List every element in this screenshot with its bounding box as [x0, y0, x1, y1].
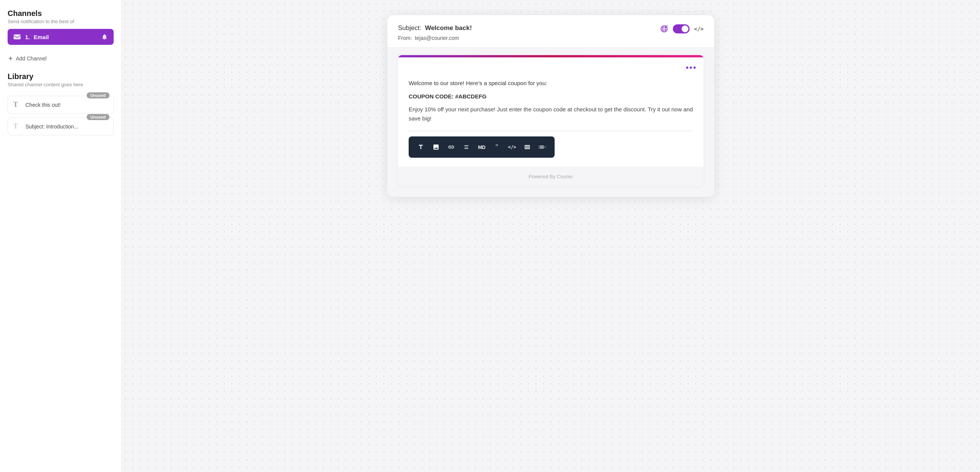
library-section: Library Shared channel content goes here… — [8, 72, 114, 135]
plus-icon: + — [8, 55, 13, 62]
library-subtitle: Shared channel content goes here — [8, 82, 114, 87]
subject-label: Subject: — [398, 24, 421, 32]
channel-number: 1. — [25, 34, 30, 40]
subject-value: Welcome back! — [425, 24, 472, 32]
email-header-actions: ✦ </> — [660, 24, 704, 33]
library-title: Library — [8, 72, 114, 81]
email-from: From: tejas@courier.com — [398, 35, 472, 41]
email-intro-text: Welcome to our store! Here's a special c… — [409, 79, 693, 88]
from-label: From: — [398, 35, 412, 41]
preview-icon[interactable]: ✦ — [660, 25, 668, 33]
toolbar-markdown-btn[interactable]: MD — [475, 140, 488, 154]
coupon-code: COUPON CODE: #ABCDEFG — [409, 93, 693, 100]
add-channel-label: Add Channel — [16, 56, 47, 62]
toggle-knob — [682, 25, 689, 32]
email-content-card: ••• Welcome to our store! Here's a speci… — [398, 55, 704, 186]
toggle-switch[interactable] — [673, 24, 690, 33]
library-item-1[interactable]: Unused T Check this out! — [8, 96, 114, 114]
text-type-icon-1: T — [13, 101, 21, 109]
toolbar-quote-btn[interactable]: " — [490, 140, 504, 154]
toolbar-columns-btn[interactable] — [520, 140, 534, 154]
unused-badge-2: Unused — [87, 114, 110, 120]
email-card-body: Welcome to our store! Here's a special c… — [398, 73, 704, 167]
email-header: Subject: Welcome back! From: tejas@couri… — [387, 15, 714, 48]
email-description: Enjoy 10% off your next purchase! Just e… — [409, 105, 693, 123]
three-dots-menu[interactable]: ••• — [686, 63, 697, 73]
channels-section: Channels Send notification to the best o… — [8, 9, 114, 45]
svg-point-2 — [663, 26, 665, 32]
channel-item-left: 1. Email — [13, 33, 49, 41]
toolbar-link-btn[interactable] — [444, 140, 458, 154]
channels-subtitle: Send notification to the best of — [8, 19, 114, 24]
sidebar: Channels Send notification to the best o… — [0, 0, 122, 472]
text-type-icon-2: T — [13, 122, 21, 130]
toolbar-text-btn[interactable] — [414, 140, 428, 154]
editor-toolbar: MD " </> — [409, 137, 555, 158]
add-channel-button[interactable]: + Add Channel — [8, 52, 114, 65]
channels-title: Channels — [8, 9, 114, 18]
svg-rect-0 — [14, 35, 21, 40]
bell-icon — [101, 33, 108, 41]
email-panel: Subject: Welcome back! From: tejas@couri… — [387, 15, 714, 197]
email-channel-item[interactable]: 1. Email — [8, 29, 114, 45]
toolbar-list-btn[interactable] — [536, 140, 549, 154]
toolbar-divider-btn[interactable] — [460, 140, 473, 154]
email-meta: Subject: Welcome back! From: tejas@couri… — [398, 24, 472, 41]
library-item-2[interactable]: Unused T Subject: Introduction... — [8, 118, 114, 135]
code-icon[interactable]: </> — [694, 26, 704, 32]
editor-divider — [409, 131, 693, 131]
from-value: tejas@courier.com — [415, 35, 459, 41]
library-item-text-2: Subject: Introduction... — [25, 124, 108, 130]
email-icon — [13, 33, 21, 41]
email-subject: Subject: Welcome back! — [398, 24, 472, 32]
channel-label: Email — [34, 34, 49, 40]
toolbar-code-btn[interactable]: </> — [505, 140, 519, 154]
library-item-text-1: Check this out! — [25, 102, 108, 108]
email-body: ••• Welcome to our store! Here's a speci… — [387, 48, 714, 197]
toolbar-image-btn[interactable] — [429, 140, 443, 154]
powered-by: Powered By Courier — [398, 167, 704, 186]
main-area: Subject: Welcome back! From: tejas@couri… — [122, 0, 980, 472]
unused-badge-1: Unused — [87, 92, 110, 99]
email-card-header: ••• — [398, 57, 704, 73]
